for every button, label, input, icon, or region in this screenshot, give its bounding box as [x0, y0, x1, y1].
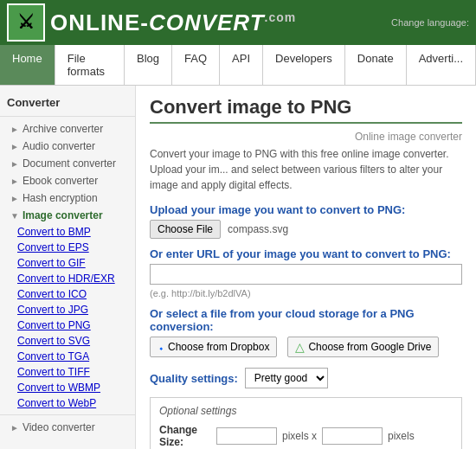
header: ⚔ ONLINE-CONVERT.com Change language: — [0, 0, 476, 45]
nav-advertise[interactable]: Adverti... — [407, 45, 476, 85]
cloud-label: Or select a file from your cloud storage… — [150, 307, 462, 333]
pixels-x-label: pixels x — [282, 430, 317, 442]
change-size-label: Change Size: — [159, 424, 211, 448]
arrow-icon: ► — [10, 142, 19, 151]
quality-select[interactable]: Pretty good Excellent Good Average — [245, 368, 328, 388]
sidebar-subitem-tga[interactable]: Convert to TGA — [0, 349, 135, 364]
change-size-row: Change Size: pixels x pixels — [159, 424, 453, 448]
sidebar-divider-top — [0, 116, 135, 117]
sidebar-item-image[interactable]: ▼ Image converter — [0, 207, 135, 224]
nav-blog[interactable]: Blog — [125, 45, 172, 85]
gdrive-icon: △ — [295, 340, 305, 354]
nav-bar: Home File formats Blog FAQ API Developer… — [0, 45, 476, 86]
sidebar-subitem-tiff[interactable]: Convert to TIFF — [0, 364, 135, 380]
arrow-icon: ► — [10, 194, 19, 203]
sidebar-item-audio[interactable]: ► Audio converter — [0, 138, 135, 155]
cloud-row: ⬩ Choose from Dropbox △ Choose from Goog… — [150, 337, 462, 357]
arrow-icon: ► — [10, 423, 19, 433]
url-hint: (e.g. http://bit.ly/b2dlVA) — [150, 288, 462, 298]
sidebar-subitem-svg[interactable]: Convert to SVG — [0, 333, 135, 349]
arrow-icon-open: ▼ — [10, 211, 19, 221]
nav-developers[interactable]: Developers — [263, 45, 345, 85]
nav-donate[interactable]: Donate — [345, 45, 407, 85]
arrow-icon: ► — [10, 176, 19, 186]
logo-icon: ⚔ — [7, 3, 45, 42]
sidebar: Converter ► Archive converter ► Audio co… — [0, 86, 136, 449]
sidebar-item-hash[interactable]: ► Hash encryption — [0, 189, 135, 207]
dropbox-button[interactable]: ⬩ Choose from Dropbox — [150, 337, 277, 357]
sidebar-subitem-jpg[interactable]: Convert to JPG — [0, 302, 135, 318]
sidebar-item-video[interactable]: ► Video converter — [0, 419, 135, 436]
change-language[interactable]: Change language: — [391, 17, 469, 28]
optional-title: Optional settings — [159, 405, 453, 417]
nav-file-formats[interactable]: File formats — [55, 45, 125, 85]
pixels-right-label: pixels — [388, 430, 415, 442]
sidebar-section-converter: Converter — [0, 93, 135, 112]
nav-api[interactable]: API — [220, 45, 263, 85]
upload-label: Upload your image you want to convert to… — [150, 203, 462, 216]
main-content: Convert image to PNG Online image conver… — [136, 86, 476, 449]
sidebar-subitem-eps[interactable]: Convert to EPS — [0, 240, 135, 255]
nav-home[interactable]: Home — [0, 45, 55, 85]
logo-figure: ⚔ — [17, 11, 35, 34]
filename-display: compass.svg — [228, 223, 288, 235]
nav-faq[interactable]: FAQ — [172, 45, 220, 85]
sidebar-subitem-wbmp[interactable]: Convert to WBMP — [0, 380, 135, 395]
sidebar-subitem-gif[interactable]: Convert to GIF — [0, 255, 135, 271]
gdrive-button[interactable]: △ Choose from Google Drive — [287, 337, 439, 357]
sidebar-item-archive[interactable]: ► Archive converter — [0, 120, 135, 138]
logo-area: ⚔ ONLINE-CONVERT.com — [7, 3, 296, 42]
url-input[interactable] — [150, 264, 462, 285]
sidebar-subitem-ico[interactable]: Convert to ICO — [0, 286, 135, 302]
description: Convert your image to PNG with this free… — [150, 146, 462, 193]
gdrive-label: Choose from Google Drive — [308, 341, 431, 353]
height-input[interactable] — [322, 427, 383, 445]
sidebar-subitem-bmp[interactable]: Convert to BMP — [0, 224, 135, 240]
sidebar-subitem-png[interactable]: Convert to PNG — [0, 318, 135, 333]
sidebar-subitem-webp[interactable]: Convert to WebP — [0, 395, 135, 411]
arrow-icon: ► — [10, 125, 19, 134]
quality-row: Quality settings: Pretty good Excellent … — [150, 368, 462, 388]
sidebar-item-ebook[interactable]: ► Ebook converter — [0, 172, 135, 189]
quality-label: Quality settings: — [150, 372, 238, 385]
page-title: Convert image to PNG — [150, 96, 462, 124]
layout: Converter ► Archive converter ► Audio co… — [0, 86, 476, 449]
logo-com: .com — [265, 10, 297, 24]
choose-file-button[interactable]: Choose File — [150, 220, 221, 239]
online-label: Online image converter — [150, 131, 462, 143]
optional-settings-box: Optional settings Change Size: pixels x … — [150, 397, 462, 449]
sidebar-subitem-hdr[interactable]: Convert to HDR/EXR — [0, 271, 135, 286]
dropbox-icon: ⬩ — [158, 340, 164, 354]
logo-text: ONLINE-CONVERT.com — [50, 10, 296, 36]
arrow-icon: ► — [10, 159, 19, 169]
width-input[interactable] — [216, 427, 277, 445]
logo-convert: CONVERT — [149, 10, 265, 35]
logo-online: ONLINE- — [50, 10, 149, 35]
sidebar-divider-bottom — [0, 414, 135, 415]
upload-row: Choose File compass.svg — [150, 220, 462, 239]
url-label: Or enter URL of your image you want to c… — [150, 247, 462, 260]
sidebar-item-document[interactable]: ► Document converter — [0, 155, 135, 172]
dropbox-label: Choose from Dropbox — [168, 341, 269, 353]
